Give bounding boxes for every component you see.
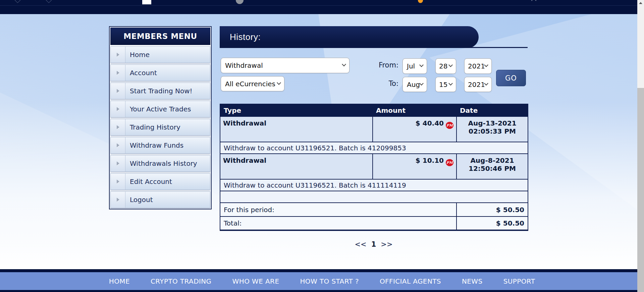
sidebar-item-label: Withdrawals History bbox=[125, 155, 197, 172]
sidebar-item-edit-account[interactable]: Edit Account bbox=[110, 173, 210, 190]
circle-icon bbox=[236, 0, 244, 4]
chevron-down-icon bbox=[277, 81, 281, 85]
members-menu-items: Home Account Start Trading Now! Your Act… bbox=[110, 46, 210, 208]
column-header-amount: Amount bbox=[373, 104, 457, 116]
footer-link-home[interactable]: HOME bbox=[109, 277, 130, 285]
sidebar-item-withdraw-funds[interactable]: Withdraw Funds bbox=[110, 137, 210, 154]
members-menu-title: MEMBERS MENU bbox=[110, 28, 210, 45]
sidebar-item-account[interactable]: Account bbox=[110, 64, 210, 81]
top-bar bbox=[0, 0, 644, 14]
arrow-right-icon bbox=[111, 137, 125, 153]
arrow-right-icon bbox=[111, 119, 125, 135]
to-label: To: bbox=[354, 80, 398, 88]
footer-link-news[interactable]: NEWS bbox=[462, 277, 483, 285]
scroll-up-icon bbox=[639, 2, 642, 4]
table-note-row: Withdraw to account U31196521. Batch is … bbox=[220, 142, 528, 154]
note-text: Withdraw to account U31196521. Batch is … bbox=[220, 179, 528, 191]
top-bar-divider bbox=[0, 5, 644, 6]
from-day-select[interactable]: 28 bbox=[435, 58, 456, 74]
pagination-current-page: 1 bbox=[371, 240, 376, 248]
to-month-select[interactable]: Aug bbox=[402, 77, 427, 92]
amount-value: $ 10.10 bbox=[416, 156, 444, 164]
summary-value: $ 50.50 bbox=[457, 203, 528, 216]
chevron-down-icon bbox=[342, 62, 346, 66]
column-header-type: Type bbox=[220, 104, 373, 116]
chevron-up-icon bbox=[531, 0, 537, 3]
from-year-select[interactable]: 2021 bbox=[464, 58, 492, 74]
scroll-up-button[interactable] bbox=[637, 0, 644, 6]
scrollbar-thumb[interactable] bbox=[637, 88, 644, 292]
type-select[interactable]: Withdrawal bbox=[221, 58, 350, 73]
footer-bottom-strip bbox=[0, 290, 644, 292]
history-table: Type Amount Date Withdrawal $ 40.40PM Au… bbox=[220, 104, 528, 231]
footer-link-who-we-are[interactable]: WHO WE ARE bbox=[232, 277, 279, 285]
arrow-right-icon bbox=[111, 101, 125, 117]
from-month-value: Jul bbox=[407, 62, 415, 70]
cell-type: Withdrawal bbox=[220, 154, 373, 179]
page: MEMBERS MENU Home Account Start Trading … bbox=[0, 0, 644, 292]
arrow-right-icon bbox=[111, 65, 125, 81]
currency-select[interactable]: All eCurrencies bbox=[221, 76, 284, 91]
sidebar-item-label: Home bbox=[125, 47, 150, 63]
from-year-value: 2021 bbox=[468, 62, 485, 70]
arrow-right-icon bbox=[111, 192, 125, 208]
footer-link-crypto-trading[interactable]: CRYPTO TRADING bbox=[151, 277, 212, 285]
footer-top-strip bbox=[0, 269, 644, 272]
history-table-wrap: Type Amount Date Withdrawal $ 40.40PM Au… bbox=[220, 104, 528, 231]
sidebar-item-label: Account bbox=[125, 65, 157, 81]
summary-value: $ 50.50 bbox=[457, 216, 528, 230]
table-note-row: Withdraw to account U31196521. Batch is … bbox=[220, 179, 528, 191]
amount-value: $ 40.40 bbox=[416, 119, 444, 127]
sidebar-item-start-trading[interactable]: Start Trading Now! bbox=[110, 83, 210, 99]
go-button[interactable]: GO bbox=[496, 70, 526, 86]
cell-amount: $ 40.40PM bbox=[373, 116, 457, 142]
chevron-down-icon bbox=[448, 63, 453, 67]
cell-amount: $ 10.10PM bbox=[373, 154, 457, 179]
chevron-down-icon bbox=[419, 63, 424, 67]
footer-link-how-to-start[interactable]: HOW TO START ? bbox=[300, 277, 359, 285]
footer-nav: HOME CRYPTO TRADING WHO WE ARE HOW TO ST… bbox=[0, 272, 644, 290]
pagination-prev[interactable]: << bbox=[355, 240, 366, 248]
sidebar-item-label: Trading History bbox=[125, 119, 180, 135]
sidebar-item-active-trades[interactable]: Your Active Trades bbox=[110, 101, 210, 117]
page-title: History: bbox=[230, 32, 261, 42]
arrow-right-icon bbox=[111, 83, 125, 99]
arrow-right-icon bbox=[111, 174, 125, 190]
sidebar-item-withdrawals-history[interactable]: Withdrawals History bbox=[110, 155, 210, 172]
from-month-select[interactable]: Jul bbox=[402, 58, 427, 74]
footer-link-official-agents[interactable]: OFFICIAL AGENTS bbox=[380, 277, 441, 285]
currency-select-value: All eCurrencies bbox=[225, 80, 275, 88]
to-year-value: 2021 bbox=[468, 81, 485, 89]
to-year-select[interactable]: 2021 bbox=[464, 77, 492, 92]
table-row: Withdrawal $ 40.40PM Aug-13-2021 02:05:3… bbox=[220, 116, 528, 142]
from-day-value: 28 bbox=[439, 62, 447, 70]
perfect-money-icon: PM bbox=[446, 122, 453, 129]
partial-logo bbox=[142, 0, 151, 4]
from-label: From: bbox=[354, 61, 398, 69]
summary-label: For this period: bbox=[220, 203, 457, 216]
table-empty-row bbox=[220, 191, 528, 203]
cell-type: Withdrawal bbox=[220, 116, 373, 142]
sidebar-item-label: Your Active Trades bbox=[125, 101, 191, 117]
table-row: Withdrawal $ 10.10PM Aug-8-2021 12:50:46… bbox=[220, 154, 528, 179]
to-month-value: Aug bbox=[407, 81, 420, 89]
sidebar-item-trading-history[interactable]: Trading History bbox=[110, 119, 210, 136]
notification-dot-icon bbox=[418, 0, 423, 3]
diamond-icon bbox=[14, 0, 21, 3]
table-header-row: Type Amount Date bbox=[220, 104, 528, 116]
members-menu: MEMBERS MENU Home Account Start Trading … bbox=[109, 26, 212, 209]
arrow-right-icon bbox=[111, 155, 125, 172]
summary-label: Total: bbox=[220, 216, 457, 230]
footer-link-support[interactable]: SUPPORT bbox=[503, 277, 535, 285]
empty-cell bbox=[220, 191, 528, 203]
diamond-icon bbox=[45, 0, 52, 3]
scrollbar bbox=[637, 0, 644, 292]
to-day-select[interactable]: 15 bbox=[435, 77, 456, 92]
pagination: << 1 >> bbox=[220, 240, 528, 248]
sidebar-item-logout[interactable]: Logout bbox=[110, 191, 210, 208]
sidebar-item-home[interactable]: Home bbox=[110, 46, 210, 63]
to-day-value: 15 bbox=[439, 81, 447, 89]
column-header-date: Date bbox=[457, 104, 528, 116]
sidebar-item-label: Edit Account bbox=[125, 174, 172, 190]
pagination-next[interactable]: >> bbox=[381, 240, 392, 248]
